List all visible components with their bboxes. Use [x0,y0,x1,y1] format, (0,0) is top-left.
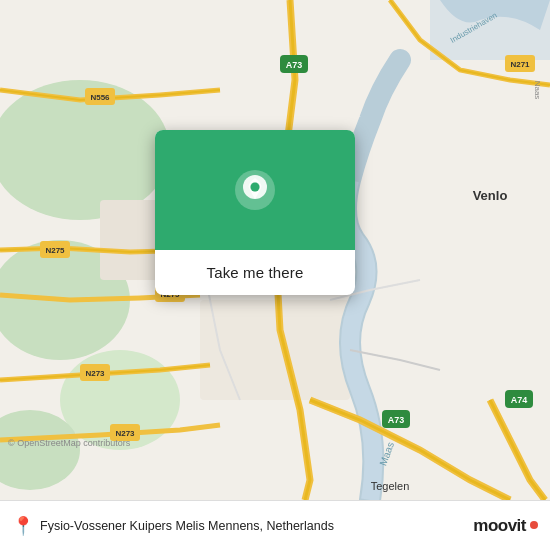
moovit-logo-text: moovit [473,516,526,536]
location-pin-bottom-icon: 📍 [12,515,34,537]
svg-rect-5 [200,300,350,400]
svg-text:Tegelen: Tegelen [371,480,410,492]
svg-text:N273: N273 [115,429,135,438]
svg-text:Naas: Naas [533,81,542,100]
svg-text:Venlo: Venlo [473,188,508,203]
svg-text:N556: N556 [90,93,110,102]
svg-text:N273: N273 [85,369,105,378]
location-label: Fysio-Vossener Kuipers Melis Mennens, Ne… [40,519,467,533]
moovit-logo: moovit [473,516,538,536]
popup-card[interactable]: Take me there [155,130,355,295]
svg-text:A73: A73 [286,60,303,70]
svg-text:N275: N275 [45,246,65,255]
svg-rect-7 [430,0,550,60]
svg-text:A73: A73 [388,415,405,425]
svg-point-36 [251,183,260,192]
map-container[interactable]: A73 A73 A73 N556 N271 N275 N275 N273 N27… [0,0,550,500]
location-pin-icon [233,168,277,212]
popup-green-area [155,130,355,250]
take-me-there-button[interactable]: Take me there [155,250,355,295]
svg-text:A74: A74 [511,395,528,405]
svg-text:N271: N271 [510,60,530,69]
copyright-text: © OpenStreetMap contributors [8,438,130,448]
bottom-bar: 📍 Fysio-Vossener Kuipers Melis Mennens, … [0,500,550,550]
moovit-logo-dot [530,521,538,529]
